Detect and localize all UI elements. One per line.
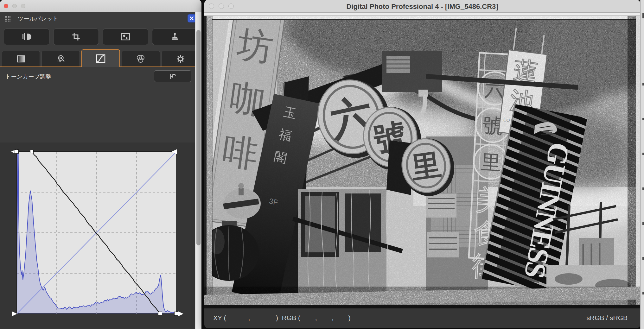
curve-handle-bottom-right-arrow[interactable] xyxy=(178,311,183,316)
curve-handle-bottom-right[interactable] xyxy=(174,312,178,316)
lens-icon xyxy=(21,32,32,41)
tool-palette-window: ツールパレット xyxy=(0,0,201,329)
lens-correction-button[interactable] xyxy=(4,28,49,45)
cursor-info-readout: XY ( , ) RGB ( , , ) xyxy=(213,314,351,322)
curve-wrap xyxy=(11,146,182,321)
stamp-button[interactable] xyxy=(152,28,198,45)
curve-node-white-point[interactable] xyxy=(30,150,34,153)
palette-header: ツールパレット xyxy=(0,12,201,25)
mac-close-button[interactable] xyxy=(4,4,8,8)
tone-curve-editor xyxy=(0,142,195,329)
palette-mac-titlebar[interactable] xyxy=(0,0,201,12)
mac-zoom-button[interactable] xyxy=(21,4,25,8)
mac-minimize-button[interactable] xyxy=(12,4,17,8)
dust-delete-button[interactable] xyxy=(103,28,148,45)
reset-button[interactable] xyxy=(154,70,191,82)
reset-icon xyxy=(168,72,177,80)
tab-settings[interactable] xyxy=(162,51,200,66)
crop-icon xyxy=(72,32,80,41)
palette-title: ツールパレット xyxy=(18,15,59,22)
viewer-status-bar: XY ( , ) RGB ( , , ) sRGB / sRGB xyxy=(204,308,640,328)
drag-grid-icon[interactable] xyxy=(4,16,10,22)
dust-frame-icon xyxy=(120,33,131,41)
section-title: トーンカーブ調整 xyxy=(5,73,51,80)
crop-button[interactable] xyxy=(53,28,99,45)
viewer-window: Digital Photo Professional 4 - [IMG_5486… xyxy=(204,0,640,328)
tab-detail-adjustment[interactable] xyxy=(41,51,80,66)
palette-toolbar xyxy=(0,25,201,45)
palette-tabs xyxy=(0,45,201,67)
color-space-readout: sRGB / sRGB xyxy=(586,314,628,322)
viewer-title: Digital Photo Professional 4 - [IMG_5486… xyxy=(204,3,640,11)
tone-curve-icon xyxy=(96,54,106,63)
palette-scrollbar[interactable] xyxy=(195,12,201,329)
tab-color-adjustment[interactable] xyxy=(122,51,160,66)
background-window-edge xyxy=(640,0,644,329)
magnifier-icon xyxy=(56,54,66,64)
gear-icon xyxy=(176,54,185,64)
tone-curve-section: トーンカーブ調整 RGB R G B 輝度 R G B 曲線 直線 xyxy=(0,67,201,130)
tab-tone-curve[interactable] xyxy=(81,49,120,67)
scrollbar-thumb[interactable] xyxy=(196,30,201,245)
curve-node-black-point[interactable] xyxy=(158,312,162,316)
photo-image[interactable]: 坊 咖 啡 玉 福 閣 3F xyxy=(204,16,640,308)
viewer-titlebar[interactable]: Digital Photo Professional 4 - [IMG_5486… xyxy=(204,0,640,13)
rgb-circles-icon xyxy=(136,54,146,64)
viewer-toolbar-strip xyxy=(204,13,640,16)
close-icon xyxy=(190,16,194,20)
histogram-curve-plot xyxy=(17,152,176,314)
palette-close-button[interactable] xyxy=(188,14,196,22)
curve-handle-top-left[interactable] xyxy=(15,149,19,154)
gradient-square-icon xyxy=(16,54,26,63)
stamp-icon xyxy=(170,32,179,41)
tab-basic-adjustment[interactable] xyxy=(2,51,40,66)
tone-curve-canvas[interactable] xyxy=(16,151,176,313)
